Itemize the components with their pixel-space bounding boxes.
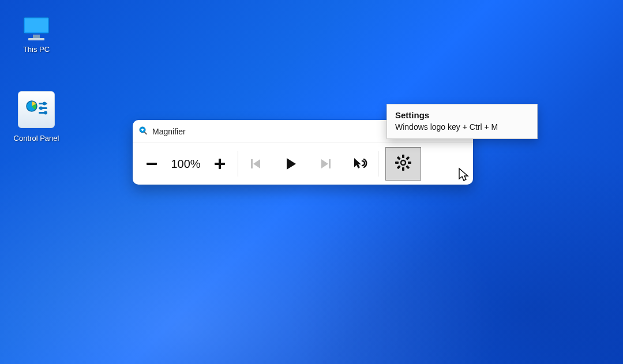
svg-point-10 — [39, 107, 43, 110]
svg-rect-20 — [251, 159, 253, 168]
desktop-icon-control-panel[interactable]: Control Panel — [10, 91, 62, 142]
window-title: Magnifier — [152, 127, 186, 136]
svg-rect-14 — [142, 129, 143, 131]
next-button[interactable] — [311, 145, 340, 182]
desktop-icon-this-pc[interactable]: This PC — [10, 15, 62, 54]
svg-rect-25 — [395, 162, 399, 164]
cursor-icon — [458, 167, 471, 185]
divider — [378, 151, 378, 177]
svg-rect-26 — [408, 162, 411, 164]
magnifier-icon — [138, 125, 149, 138]
svg-rect-29 — [397, 156, 401, 160]
previous-button[interactable] — [242, 145, 271, 182]
tooltip-body: Windows logo key + Ctrl + M — [395, 122, 529, 132]
svg-point-9 — [43, 102, 46, 106]
svg-rect-15 — [144, 132, 147, 135]
zoom-out-button[interactable] — [137, 145, 166, 182]
desktop-icon-label: Control Panel — [14, 134, 59, 142]
svg-rect-23 — [402, 155, 404, 158]
svg-rect-2 — [33, 35, 40, 38]
control-panel-icon — [18, 91, 55, 128]
monitor-icon — [20, 15, 52, 43]
svg-point-31 — [401, 161, 405, 164]
svg-rect-19 — [219, 159, 221, 169]
gear-icon — [395, 154, 412, 174]
svg-rect-1 — [25, 18, 48, 32]
settings-button[interactable] — [385, 147, 421, 181]
zoom-level: 100% — [166, 157, 205, 171]
read-cursor-button[interactable] — [346, 145, 374, 182]
svg-rect-17 — [147, 163, 157, 165]
divider — [238, 151, 238, 177]
tooltip-title: Settings — [395, 110, 529, 120]
desktop-icon-label: This PC — [23, 45, 50, 54]
svg-rect-28 — [397, 165, 401, 169]
toolbar: 100% — [133, 143, 473, 185]
svg-rect-30 — [406, 165, 410, 169]
svg-rect-27 — [406, 156, 410, 160]
svg-point-11 — [44, 111, 47, 115]
svg-rect-3 — [28, 38, 44, 40]
svg-rect-21 — [329, 159, 331, 168]
settings-tooltip: Settings Windows logo key + Ctrl + M — [386, 104, 538, 139]
play-button[interactable] — [271, 145, 311, 182]
svg-rect-24 — [402, 167, 404, 171]
zoom-in-button[interactable] — [205, 145, 234, 182]
